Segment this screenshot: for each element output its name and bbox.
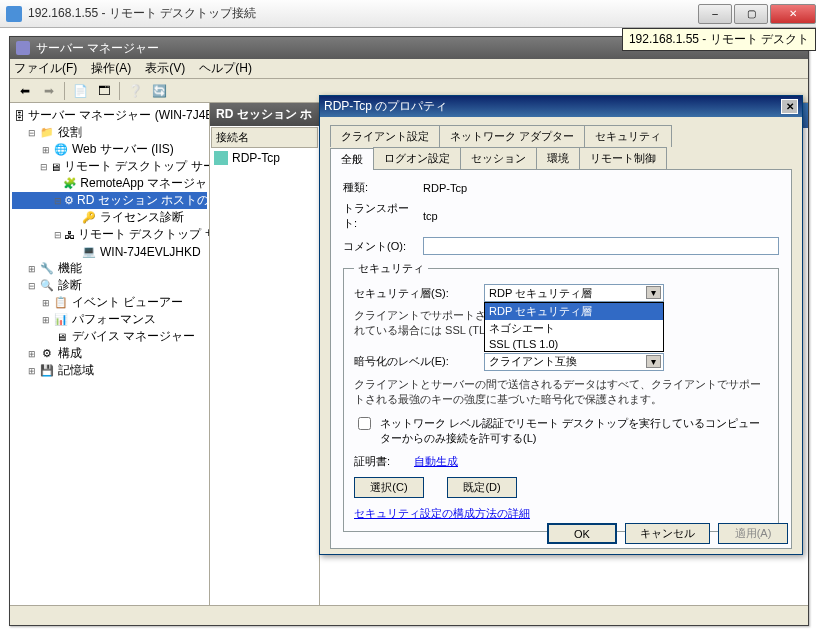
tree-item-label: 診断: [58, 277, 82, 294]
tree-item[interactable]: ⊟🖥リモート デスクトップ サービス: [12, 158, 207, 175]
tree-item-label: リモート デスクトップ サ: [78, 226, 210, 243]
menu-item[interactable]: ヘルプ(H): [199, 60, 252, 77]
nla-checkbox[interactable]: [358, 417, 371, 430]
properties-button[interactable]: 🗔: [93, 81, 115, 101]
type-value: RDP-Tcp: [423, 182, 467, 194]
tree-toggle-icon[interactable]: ⊟: [26, 128, 37, 138]
security-fieldset: セキュリティ セキュリティ層(S): RDP セキュリティ層 RDP セキュリテ…: [343, 261, 779, 532]
cancel-button[interactable]: キャンセル: [625, 523, 710, 544]
tree-item[interactable]: ⊟🔍診断: [12, 277, 207, 294]
tree-item-label: リモート デスクトップ サービス: [64, 158, 210, 175]
tree-node-icon: 🧩: [63, 176, 77, 192]
tree-toggle-icon[interactable]: ⊟: [26, 281, 37, 291]
tree-toggle-icon[interactable]: ⊞: [40, 145, 51, 155]
tree-node-icon: 💻: [81, 244, 97, 260]
tree-item[interactable]: 🔑ライセンス診断: [12, 209, 207, 226]
tree-item-label: RemoteApp マネージャ: [80, 175, 207, 192]
connections-column-header[interactable]: 接続名: [211, 127, 318, 148]
tree-toggle-icon[interactable]: ⊞: [40, 298, 51, 308]
up-button[interactable]: 📄: [69, 81, 91, 101]
default-cert-button[interactable]: 既定(D): [447, 477, 517, 498]
tab[interactable]: セッション: [460, 147, 537, 169]
tree-item[interactable]: 🖥デバイス マネージャー: [12, 328, 207, 345]
tree-node-icon: 🖧: [64, 227, 75, 243]
tab[interactable]: ネットワーク アダプター: [439, 125, 585, 147]
tree-toggle-icon[interactable]: ⊞: [26, 349, 37, 359]
security-layer-select[interactable]: RDP セキュリティ層: [484, 284, 664, 302]
tree-toggle-icon[interactable]: ⊞: [26, 366, 37, 376]
select-cert-button[interactable]: 選択(C): [354, 477, 424, 498]
minimize-button[interactable]: –: [698, 4, 732, 24]
nav-forward-button[interactable]: ➡: [38, 81, 60, 101]
tree-item[interactable]: ⊞💾記憶域: [12, 362, 207, 379]
tree-item[interactable]: 🧩RemoteApp マネージャ: [12, 175, 207, 192]
tree-toggle-icon[interactable]: ⊞: [40, 315, 51, 325]
tree-toggle-icon[interactable]: ⊞: [26, 264, 37, 274]
tree-node-icon: 📁: [39, 125, 55, 141]
help-button[interactable]: ❔: [124, 81, 146, 101]
tree-node-icon: 🌐: [53, 142, 69, 158]
comment-input[interactable]: [423, 237, 779, 255]
parent-window-title: 192.168.1.55 - リモート デスクトップ接続: [28, 5, 696, 22]
menu-item[interactable]: 表示(V): [145, 60, 185, 77]
tree-node-icon: 🔍: [39, 278, 55, 294]
tree-toggle-icon[interactable]: ⊟: [54, 230, 62, 240]
tree-item-label: デバイス マネージャー: [72, 328, 195, 345]
transport-label: トランスポート:: [343, 201, 423, 231]
tree-item-label: イベント ビューアー: [72, 294, 183, 311]
tab[interactable]: 全般: [330, 148, 374, 170]
dropdown-option[interactable]: RDP セキュリティ層: [485, 303, 663, 320]
tree-item[interactable]: ⊟🖧リモート デスクトップ サ: [12, 226, 207, 243]
connection-row[interactable]: RDP-Tcp: [210, 149, 319, 167]
tree-item-label: RD セッション ホストの構: [77, 192, 210, 209]
maximize-button[interactable]: ▢: [734, 4, 768, 24]
security-legend: セキュリティ: [354, 261, 428, 276]
tab[interactable]: 環境: [536, 147, 580, 169]
tree-item[interactable]: 💻WIN-7J4EVLJHKD: [12, 243, 207, 260]
tree-node-icon: 🗄: [14, 108, 25, 124]
tree-toggle-icon[interactable]: ⊟: [40, 162, 48, 172]
tree-item[interactable]: ⊞📋イベント ビューアー: [12, 294, 207, 311]
tree-item[interactable]: ⊞📊パフォーマンス: [12, 311, 207, 328]
sm-icon: [16, 41, 30, 55]
apply-button[interactable]: 適用(A): [718, 523, 788, 544]
nav-back-button[interactable]: ⬅: [14, 81, 36, 101]
tab[interactable]: ログオン設定: [373, 147, 461, 169]
tree-item[interactable]: ⊟⚙RD セッション ホストの構: [12, 192, 207, 209]
certificate-value-link[interactable]: 自動生成: [414, 454, 458, 469]
tree-item[interactable]: ⊞⚙構成: [12, 345, 207, 362]
dropdown-option[interactable]: SSL (TLS 1.0): [485, 337, 663, 351]
tab[interactable]: クライアント設定: [330, 125, 440, 147]
connection-icon: [214, 151, 228, 165]
encryption-level-select[interactable]: クライアント互換: [484, 353, 664, 371]
menu-item[interactable]: ファイル(F): [14, 60, 77, 77]
tree-node-icon: ⚙: [64, 193, 74, 209]
toolbar-divider: [64, 82, 65, 100]
dropdown-option[interactable]: ネゴシエート: [485, 320, 663, 337]
tree-node-icon: ⚙: [39, 346, 55, 362]
comment-label: コメント(O):: [343, 239, 423, 254]
security-help-link[interactable]: セキュリティ設定の構成方法の詳細: [354, 507, 530, 519]
tree-node-icon: 📋: [53, 295, 69, 311]
dialog-titlebar[interactable]: RDP-Tcp のプロパティ ✕: [320, 96, 802, 117]
close-button[interactable]: ✕: [770, 4, 816, 24]
tree-item-label: サーバー マネージャー (WIN-7J4EV: [28, 107, 210, 124]
tree-item[interactable]: ⊞🌐Web サーバー (IIS): [12, 141, 207, 158]
tab[interactable]: リモート制御: [579, 147, 667, 169]
tree-toggle-icon[interactable]: ⊟: [54, 196, 62, 206]
refresh-button[interactable]: 🔄: [148, 81, 170, 101]
tree-item[interactable]: ⊟📁役割: [12, 124, 207, 141]
ok-button[interactable]: OK: [547, 523, 617, 544]
tree-panel[interactable]: 🗄サーバー マネージャー (WIN-7J4EV⊟📁役割⊞🌐Web サーバー (I…: [10, 103, 210, 605]
nla-checkbox-label: ネットワーク レベル認証でリモート デスクトップを実行しているコンピューターから…: [380, 416, 768, 446]
menu-item[interactable]: 操作(A): [91, 60, 131, 77]
security-layer-dropdown[interactable]: RDP セキュリティ層ネゴシエートSSL (TLS 1.0): [484, 302, 664, 352]
tree-item[interactable]: 🗄サーバー マネージャー (WIN-7J4EV: [12, 107, 207, 124]
tree-item[interactable]: ⊞🔧機能: [12, 260, 207, 277]
encryption-level-note: クライアントとサーバーの間で送信されるデータはすべて、クライアントでサポートされ…: [354, 377, 768, 408]
tree-node-icon: 🖥: [53, 329, 69, 345]
tab[interactable]: セキュリティ: [584, 125, 672, 147]
dialog-close-button[interactable]: ✕: [781, 99, 798, 114]
encryption-level-label: 暗号化のレベル(E):: [354, 354, 484, 369]
parent-window-titlebar: 192.168.1.55 - リモート デスクトップ接続 – ▢ ✕: [0, 0, 816, 28]
